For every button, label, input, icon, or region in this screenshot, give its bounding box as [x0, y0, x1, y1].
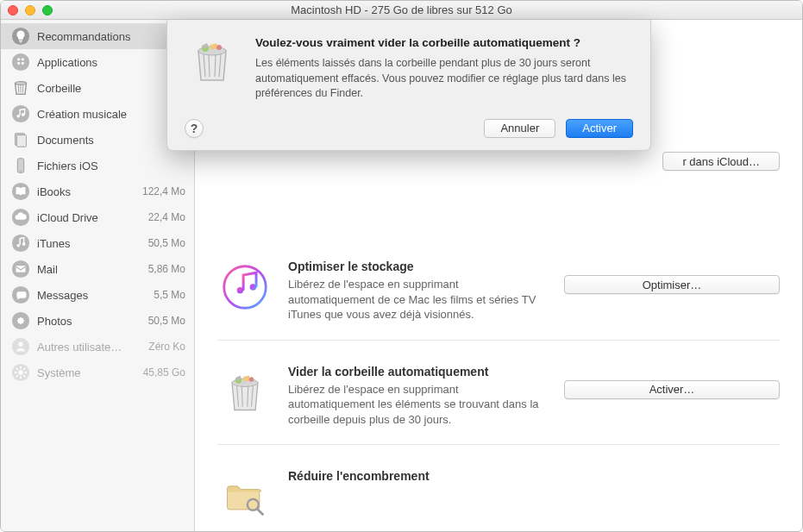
activate-auto-trash-button[interactable]: Activer…: [564, 380, 780, 399]
sidebar-item-label: Messages: [37, 289, 147, 302]
cloud-icon: [11, 208, 30, 227]
mail-icon: [11, 260, 30, 279]
trash-full-icon: [185, 35, 240, 91]
sidebar-item-recommendations[interactable]: Recommandations: [1, 23, 194, 49]
titlebar: Macintosh HD - 275 Go de libres sur 512 …: [1, 1, 802, 20]
sidebar-item-label: iTunes: [37, 237, 141, 250]
recommendation-reduce-clutter: Réduire l'encombrement: [217, 445, 780, 532]
confirm-dialog: Voulez-vous vraiment vider la corbeille …: [166, 20, 651, 151]
sidebar-item-size: 122,4 Mo: [142, 185, 185, 197]
sidebar-item-ibooks[interactable]: iBooks 122,4 Mo: [1, 178, 194, 204]
sidebar-item-music-creation[interactable]: Création musicale: [1, 101, 194, 127]
folder-search-icon: [217, 469, 273, 524]
recommendation-title: Optimiser le stockage: [288, 260, 547, 273]
button-label: Optimiser…: [643, 279, 702, 291]
sidebar-item-size: 50,5 Mo: [148, 315, 185, 327]
trash-icon: [11, 78, 30, 97]
applications-icon: [11, 53, 30, 72]
svg-point-12: [20, 171, 21, 172]
sidebar-item-label: Fichiers iOS: [37, 160, 185, 172]
sidebar-item-documents[interactable]: Documents: [1, 127, 194, 153]
sidebar-item-label: Mail: [37, 263, 141, 276]
svg-point-17: [22, 242, 26, 246]
sidebar-item-size: Zéro Ko: [148, 341, 185, 353]
svg-line-35: [16, 368, 18, 370]
dialog-title: Voulez-vous vraiment vider la corbeille …: [255, 35, 633, 51]
sidebar-item-mail[interactable]: Mail 5,86 Mo: [1, 256, 194, 282]
sidebar-item-messages[interactable]: Messages 5,5 Mo: [1, 282, 194, 308]
sidebar-item-itunes[interactable]: iTunes 50,5 Mo: [1, 230, 194, 256]
trash-full-icon: [217, 365, 273, 420]
svg-point-39: [224, 266, 267, 309]
photos-icon: [11, 311, 30, 330]
svg-rect-19: [16, 266, 26, 272]
recommendation-optimize-storage: Optimiser le stockage Libérez de l'espac…: [217, 235, 780, 341]
sidebar-item-system[interactable]: Système 45,85 Go: [1, 360, 194, 385]
sidebar-item-label: Recommandations: [37, 30, 185, 43]
sidebar-item-size: 22,4 Mo: [148, 211, 185, 223]
sidebar-item-photos[interactable]: Photos 50,5 Mo: [1, 308, 194, 334]
sidebar-item-label: Photos: [37, 315, 141, 328]
help-button[interactable]: ?: [185, 119, 204, 138]
svg-point-4: [16, 82, 27, 85]
optimize-button[interactable]: Optimiser…: [564, 275, 780, 294]
sidebar-item-size: 5,86 Mo: [148, 263, 185, 275]
gear-icon: [11, 363, 30, 382]
svg-line-37: [16, 375, 18, 377]
sidebar-item-label: Création musicale: [37, 108, 185, 121]
dialog-description: Les éléments laissés dans la corbeille p…: [255, 56, 633, 102]
sidebar-item-size: 50,5 Mo: [148, 237, 185, 249]
sidebar-item-trash[interactable]: Corbeille: [1, 75, 194, 101]
sidebar-item-size: 5,5 Mo: [154, 289, 185, 301]
svg-point-15: [12, 235, 29, 252]
sidebar-item-other-users[interactable]: Autres utilisate… Zéro Ko: [1, 334, 194, 360]
lightbulb-icon: [11, 27, 30, 46]
music-creation-icon: [11, 104, 30, 123]
svg-point-58: [216, 45, 222, 50]
close-window-icon[interactable]: [8, 5, 18, 16]
store-in-icloud-button[interactable]: r dans iCloud…: [662, 152, 780, 171]
recommendation-empty-trash: Vider la corbeille automatiquement Libér…: [217, 341, 780, 446]
sidebar-item-label: iCloud Drive: [37, 211, 141, 224]
sidebar-item-label: Corbeille: [37, 82, 185, 95]
svg-rect-1: [19, 41, 22, 41]
book-icon: [11, 182, 30, 201]
zoom-window-icon[interactable]: [42, 5, 53, 16]
svg-rect-2: [20, 41, 22, 42]
storage-management-window: Macintosh HD - 275 Go de libres sur 512 …: [0, 0, 803, 532]
sidebar-item-label: Système: [37, 366, 136, 379]
svg-rect-10: [16, 135, 26, 147]
svg-point-28: [18, 342, 23, 347]
phone-icon: [11, 156, 30, 175]
recommendation-description: Libérez de l'espace en supprimant automa…: [288, 382, 547, 428]
sidebar-item-icloud-drive[interactable]: iCloud Drive 22,4 Mo: [1, 204, 194, 230]
itunes-icon: [11, 234, 30, 253]
svg-line-36: [23, 375, 25, 377]
sidebar-item-applications[interactable]: Applications: [1, 49, 194, 75]
sidebar-item-label: iBooks: [37, 185, 135, 198]
cancel-button[interactable]: Annuler: [484, 119, 555, 138]
button-label: Activer: [582, 122, 617, 135]
window-title: Macintosh HD - 275 Go de libres sur 512 …: [1, 3, 802, 16]
sidebar-item-ios-files[interactable]: Fichiers iOS: [1, 153, 194, 178]
svg-point-8: [12, 105, 29, 122]
confirm-button[interactable]: Activer: [566, 119, 633, 138]
documents-icon: [11, 130, 30, 149]
recommendation-description: Libérez de l'espace en supprimant automa…: [288, 277, 547, 322]
svg-line-50: [257, 509, 263, 515]
button-label: Annuler: [500, 122, 539, 135]
sidebar-item-label: Autres utilisate…: [37, 341, 141, 354]
traffic-lights: [8, 5, 53, 16]
sidebar-item-size: 45,85 Go: [143, 366, 185, 379]
svg-point-30: [18, 370, 23, 375]
recommendation-title: Vider la corbeille automatiquement: [288, 365, 547, 379]
users-icon: [11, 337, 30, 356]
svg-point-3: [12, 53, 29, 71]
button-label: r dans iCloud…: [682, 155, 760, 168]
minimize-window-icon[interactable]: [25, 5, 35, 16]
svg-point-47: [249, 377, 254, 382]
recommendation-title: Réduire l'encombrement: [288, 469, 547, 483]
button-label: Activer…: [649, 383, 695, 396]
sidebar-item-label: Applications: [37, 56, 185, 69]
sidebar-item-label: Documents: [37, 134, 185, 147]
